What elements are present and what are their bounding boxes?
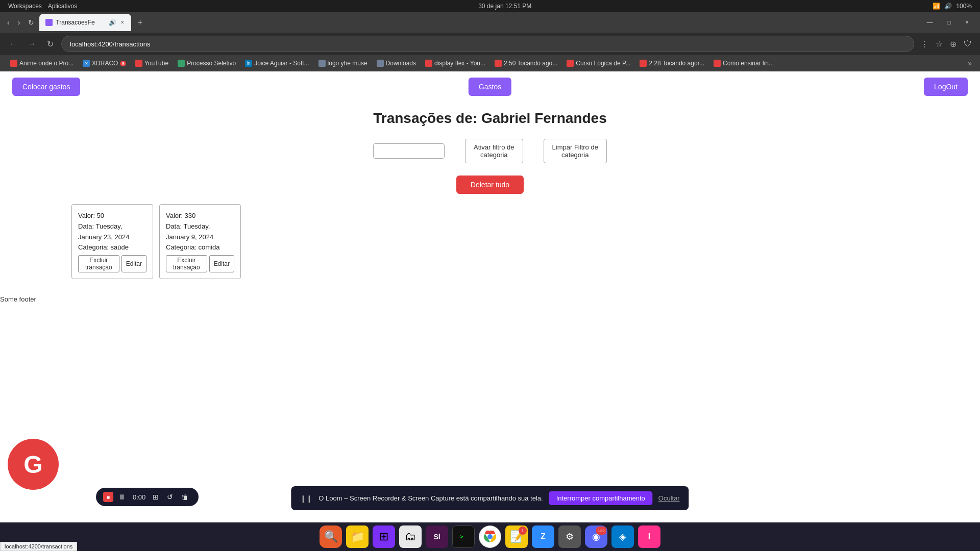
category-filter-input[interactable] [373,143,445,159]
bookmark-label: Como ensinar lin... [723,60,774,67]
bookmark-favicon [640,60,647,67]
card-actions-1: Excluir transação Editar [166,255,234,272]
filter-row: Ativar filtro decategoria Limpar Filtro … [0,139,980,176]
bookmarks-bar: Anime onde o Pro... ✕ XDRACO a YouTube P… [0,55,980,71]
bookmark-label: XDRACO [92,60,118,67]
active-tab[interactable]: TransacoesFe 🔊 × [39,14,131,31]
limpar-filtro-button[interactable]: Limpar Filtro decategoria [544,139,607,163]
bookmark-ensinar[interactable]: Como ensinar lin... [709,58,778,68]
bookmark-tocando2[interactable]: 2:28 Tocando agor... [635,58,708,68]
address-bar: ← → ↻ ⋮ ☆ ⊕ 🛡 [0,33,980,55]
maximize-button[interactable]: □ [940,12,958,33]
gastos-button[interactable]: Gastos [469,78,511,96]
minimize-button[interactable]: — [920,12,940,33]
transaction-data-1: Data: Tuesday, January 9, 2024 [166,221,234,243]
bookmark-favicon [135,60,142,67]
back-button[interactable]: ‹ [4,16,13,29]
transaction-categoria-1: Categoria: comida [166,242,234,253]
nav-refresh-button[interactable]: ↻ [43,37,57,51]
bookmark-label: 2:50 Tocando ago... [504,60,557,67]
transaction-card-0: Valor: 50 Data: Tuesday, January 23, 202… [71,204,153,279]
bookmark-label: Processo Seletivo [187,60,236,67]
excluir-transacao-1-button[interactable]: Excluir transação [166,255,207,272]
bookmark-label: 2:28 Tocando agor... [649,60,704,67]
bookmark-label: Downloads [386,60,416,67]
bookmark-tocando1[interactable]: 2:50 Tocando ago... [491,58,561,68]
bookmark-favicon [377,60,384,67]
ativar-filtro-button[interactable]: Ativar filtro decategoria [465,139,523,163]
bookmark-processo[interactable]: Processo Seletivo [174,58,240,68]
bookmark-favicon: in [245,60,252,67]
transaction-card-1: Valor: 330 Data: Tuesday, January 9, 202… [159,204,241,279]
bookmark-logo[interactable]: logo yhe muse [314,58,372,68]
bookmark-favicon [10,60,17,67]
transactions-list: Valor: 50 Data: Tuesday, January 23, 202… [0,204,980,291]
bookmark-youtube[interactable]: YouTube [131,58,173,68]
tab-label: TransacoesFe [56,19,106,26]
bookmark-curso[interactable]: Curso Lógica de P... [562,58,634,68]
bookmark-joice[interactable]: in Joice Aguiar - Soft... [241,58,313,68]
logout-button[interactable]: LogOut [924,78,968,96]
bookmark-display-flex[interactable]: display flex - You... [421,58,489,68]
zoom-icon[interactable]: ⊕ [948,37,959,51]
card-actions-0: Excluir transação Editar [78,255,146,272]
bookmark-favicon [425,60,432,67]
bookmark-icon[interactable]: ☆ [934,37,945,51]
page-footer: Some footer [0,291,980,311]
close-button[interactable]: × [958,12,976,33]
bookmark-label: YouTube [144,60,168,67]
delete-all-row: Deletar tudo [0,176,980,204]
tab-favicon [45,19,53,26]
transaction-valor-1: Valor: 330 [166,211,234,221]
delete-all-button[interactable]: Deletar tudo [456,176,524,194]
footer-text: Some footer [0,295,36,303]
transaction-valor-0: Valor: 50 [78,211,146,221]
bookmarks-more-button[interactable]: » [966,57,974,69]
tab-bar: ‹ › ↻ TransacoesFe 🔊 × + — □ × [0,12,980,33]
window-controls: — □ × [920,12,976,33]
bookmark-label: Curso Lógica de P... [576,60,630,67]
nav-forward-button[interactable]: → [24,37,39,51]
editar-1-button[interactable]: Editar [209,255,234,272]
bookmark-badge: a [120,61,126,66]
bookmark-favicon [178,60,185,67]
refresh-button[interactable]: ↻ [25,16,37,29]
bookmark-favicon [318,60,326,67]
tab-close-button[interactable]: × [119,18,125,27]
address-bar-icons: ⋮ ☆ ⊕ 🛡 [918,37,974,51]
transaction-categoria-0: Categoria: saúde [78,242,146,253]
battery-label: 100% [956,3,972,10]
bookmark-favicon [567,60,574,67]
workspaces-label[interactable]: Workspaces [8,3,42,10]
forward-button[interactable]: › [15,16,23,29]
bookmark-xdraco[interactable]: ✕ XDRACO a [79,58,130,68]
bookmark-favicon [714,60,721,67]
bookmark-downloads[interactable]: Downloads [373,58,420,68]
tab-audio-icon[interactable]: 🔊 [109,19,116,26]
bookmark-favicon: ✕ [83,60,90,67]
bookmark-anime[interactable]: Anime onde o Pro... [6,58,78,68]
system-bar-left: Workspaces Aplicativos [8,3,77,10]
transaction-data-0: Data: Tuesday, January 23, 2024 [78,221,146,243]
aplicativos-label[interactable]: Aplicativos [48,3,77,10]
page-title-section: Transações de: Gabriel Fernandes [0,102,980,139]
system-bar-right: 📶 🔊 100% [933,3,972,10]
new-tab-button[interactable]: + [133,15,147,30]
nav-back-button[interactable]: ← [6,37,20,51]
network-icon: 📶 [933,3,940,10]
app-nav: Colocar gastos Gastos LogOut [0,71,980,102]
system-bar: Workspaces Aplicativos 30 de jan 12:51 P… [0,0,980,12]
shield-icon[interactable]: 🛡 [962,37,974,51]
bookmark-label: Anime onde o Pro... [19,60,74,67]
datetime-display: 30 de jan 12:51 PM [478,3,531,10]
bookmark-label: logo yhe muse [328,60,368,67]
excluir-transacao-0-button[interactable]: Excluir transação [78,255,119,272]
colocar-gastos-button[interactable]: Colocar gastos [12,78,80,96]
page-content: Colocar gastos Gastos LogOut Transações … [0,71,980,378]
address-input[interactable] [61,36,914,52]
volume-icon: 🔊 [944,3,952,10]
bookmark-favicon [495,60,502,67]
editar-0-button[interactable]: Editar [121,255,146,272]
bookmark-label: display flex - You... [434,60,485,67]
extensions-icon[interactable]: ⋮ [918,37,930,51]
